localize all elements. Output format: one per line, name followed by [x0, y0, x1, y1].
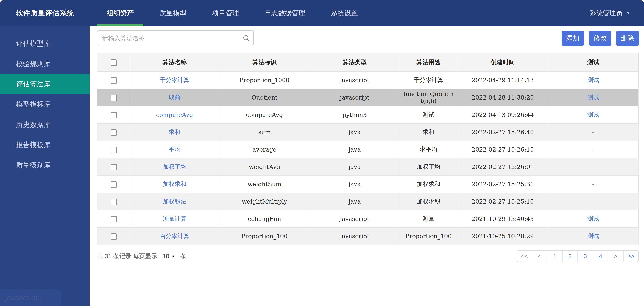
created-time-cell: 2022-02-27 15:26:15: [458, 141, 548, 158]
test-cell: 测试: [548, 89, 639, 106]
row-checkbox[interactable]: [110, 164, 117, 170]
row-checkbox[interactable]: [110, 129, 117, 136]
table-row[interactable]: 百分率计算Proportion_100javascriptProportion_…: [97, 227, 639, 245]
add-button[interactable]: 添加: [562, 31, 584, 46]
table-row[interactable]: 取商Quotientjavascriptfunction Quotient(a,…: [97, 89, 639, 106]
sidebar-item[interactable]: 质量级别库: [0, 155, 90, 175]
test-link[interactable]: 测试: [587, 77, 599, 83]
algorithm-name-link[interactable]: 测量计算: [163, 215, 186, 222]
table-row[interactable]: 加权积法weightMultiplyjava加权求积2022-02-27 15:…: [97, 193, 639, 210]
algorithm-type-cell: javascript: [310, 227, 399, 245]
sidebar-item[interactable]: 校验规则库: [0, 54, 90, 74]
sidebar-item[interactable]: 评估算法库: [0, 74, 90, 94]
table-row[interactable]: 加权求和weightSumjava加权求和2022-02-27 15:25:31…: [97, 175, 639, 193]
algorithm-name-cell: computeAvg: [130, 106, 219, 123]
test-link[interactable]: 测试: [587, 232, 599, 239]
nav-tab-label: 日志数据管理: [265, 8, 305, 18]
algorithm-name-cell: 求和: [130, 123, 219, 141]
sidebar-item[interactable]: 模型指标库: [0, 94, 90, 114]
algorithm-usage-cell: 测试: [399, 106, 458, 123]
sidebar-item[interactable]: 报告模板库: [0, 135, 90, 155]
algorithm-name-link[interactable]: 求和: [169, 128, 180, 135]
table-row[interactable]: 测量计算celiangFunjavascript测量2021-10-29 13:…: [97, 210, 639, 227]
algorithm-id-cell: Quotient: [219, 89, 310, 106]
test-link[interactable]: 测试: [587, 94, 599, 101]
pagination-button[interactable]: 1: [547, 250, 562, 262]
row-checkbox[interactable]: [110, 147, 117, 153]
delete-button[interactable]: 删除: [616, 31, 639, 46]
algorithm-type-cell: java: [310, 141, 399, 158]
row-checkbox[interactable]: [110, 112, 117, 118]
algorithm-name-link[interactable]: 取商: [169, 94, 180, 101]
algorithm-id-cell: Proportion_100: [219, 227, 310, 245]
algorithm-name-cell: 取商: [130, 89, 219, 106]
row-checkbox[interactable]: [110, 216, 117, 222]
algorithm-name-link[interactable]: computeAvg: [156, 111, 193, 118]
pagination-button[interactable]: 4: [593, 250, 608, 262]
no-test-dash: –: [592, 198, 595, 205]
algorithm-usage-cell: 加权平均: [399, 158, 458, 175]
select-all-header-cell: [97, 53, 130, 71]
created-time-cell: 2022-02-27 15:25:10: [458, 193, 548, 210]
row-checkbox-cell: [97, 89, 130, 106]
row-checkbox[interactable]: [110, 199, 117, 205]
created-time-cell: 2022-04-28 11:38:20: [458, 89, 548, 106]
page-size-value: 10: [162, 253, 169, 259]
row-checkbox[interactable]: [110, 181, 117, 188]
user-menu[interactable]: 系统管理员 ▼: [590, 0, 644, 26]
no-test-dash: –: [592, 129, 595, 136]
row-checkbox[interactable]: [110, 95, 117, 101]
table-row[interactable]: 求和sumjava求和2022-02-27 15:26:40–: [97, 123, 639, 141]
records-info: 共 31 条记录 每页显示 10 ▲ 条: [97, 252, 186, 260]
sidebar-item[interactable]: 评估模型库: [0, 33, 90, 54]
test-link[interactable]: 测试: [587, 111, 599, 118]
chevron-down-icon: ▼: [626, 11, 630, 16]
nav-tab[interactable]: 质量模型: [150, 0, 196, 26]
row-checkbox[interactable]: [110, 77, 117, 84]
algorithm-name-link[interactable]: 千分率计算: [160, 77, 189, 83]
algorithm-name-link[interactable]: 平均: [169, 146, 180, 153]
edit-button[interactable]: 修改: [589, 31, 612, 46]
records-count-text: 共 31 条记录 每页显示: [97, 252, 157, 260]
algorithm-id-cell: Proportion_1000: [219, 71, 310, 89]
pagination-button[interactable]: <<: [517, 250, 532, 262]
select-all-checkbox[interactable]: [110, 60, 117, 66]
created-time-cell: 2022-04-13 09:26:44: [458, 106, 548, 123]
nav-tab[interactable]: 组织资产: [97, 0, 144, 26]
row-checkbox-cell: [97, 106, 130, 123]
algorithm-name-link[interactable]: 加权积法: [163, 198, 186, 205]
table-row[interactable]: 加权平均weightAvgjava加权平均2022-02-27 15:26:01…: [97, 158, 639, 175]
search-button[interactable]: [239, 31, 254, 46]
algorithm-type-cell: java: [310, 193, 399, 210]
search-input[interactable]: [97, 35, 239, 42]
nav-tab[interactable]: 日志数据管理: [255, 0, 315, 26]
nav-tab[interactable]: 系统设置: [321, 0, 368, 26]
algorithm-name-link[interactable]: 加权平均: [163, 163, 186, 170]
algorithm-name-link[interactable]: 百分率计算: [160, 232, 189, 239]
algorithm-type-cell: java: [310, 175, 399, 193]
page-size-select[interactable]: 10 ▲: [162, 253, 175, 259]
pagination-button[interactable]: >: [608, 250, 623, 262]
pagination-button[interactable]: >>: [623, 250, 638, 262]
nav-tab[interactable]: 项目管理: [202, 0, 249, 26]
test-link[interactable]: 测试: [587, 215, 599, 222]
test-cell: –: [548, 158, 639, 175]
table-row[interactable]: computeAvgcomputeAvgpython3测试2022-04-13 …: [97, 106, 639, 123]
pagination-button[interactable]: <: [532, 250, 547, 262]
algorithm-type-cell: javascript: [310, 71, 399, 89]
search-icon: [242, 34, 250, 42]
row-checkbox-cell: [97, 193, 130, 210]
no-test-dash: –: [592, 181, 595, 188]
triangle-up-icon: ▲: [171, 254, 175, 258]
column-header: 算法类型: [310, 53, 399, 71]
algorithm-id-cell: weightSum: [219, 175, 310, 193]
algorithm-usage-cell: 测量: [399, 210, 458, 227]
pagination-button[interactable]: 2: [562, 250, 578, 262]
table-row[interactable]: 平均averagejava求平均2022-02-27 15:26:15–: [97, 141, 639, 158]
algorithm-name-link[interactable]: 加权求和: [163, 180, 186, 187]
pagination-button[interactable]: 3: [578, 250, 593, 262]
sidebar-item[interactable]: 历史数据库: [0, 114, 90, 135]
row-checkbox[interactable]: [110, 233, 117, 240]
table-row[interactable]: 千分率计算Proportion_1000javascript千分率计算2022-…: [97, 71, 639, 89]
records-unit-text: 条: [180, 252, 186, 260]
